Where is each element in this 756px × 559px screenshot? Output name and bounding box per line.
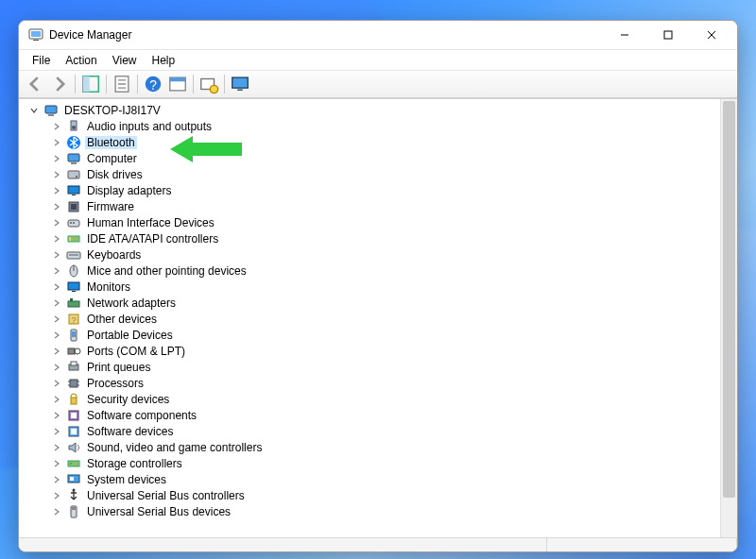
tree-item-label: Software devices — [85, 425, 175, 438]
svg-rect-71 — [72, 507, 76, 510]
tree-item-label: Sound, video and game controllers — [85, 441, 264, 454]
monitor-icon — [66, 280, 81, 295]
expand-icon[interactable] — [49, 215, 64, 230]
swdev-icon — [66, 424, 81, 439]
toolbar-separator — [75, 75, 76, 93]
svg-rect-30 — [68, 186, 79, 194]
tree-item[interactable]: Network adapters — [23, 295, 720, 311]
tree-item-label: Other devices — [85, 313, 159, 326]
tree-item[interactable]: System devices — [23, 471, 720, 487]
expand-icon[interactable] — [49, 504, 64, 519]
svg-rect-43 — [68, 282, 79, 290]
tree-item[interactable]: Audio inputs and outputs — [23, 118, 720, 134]
tree-item[interactable]: Universal Serial Bus devices — [23, 503, 720, 519]
tree-item[interactable]: Software components — [23, 407, 720, 423]
menu-file[interactable]: File — [25, 52, 58, 69]
expand-icon[interactable] — [49, 456, 64, 471]
svg-rect-1 — [31, 31, 41, 37]
svg-rect-50 — [72, 331, 76, 337]
expand-icon[interactable] — [49, 231, 64, 246]
tree-item[interactable]: Mice and other pointing devices — [23, 263, 720, 279]
tree-root[interactable]: DESKTOP-IJ8I17V — [23, 102, 720, 118]
forward-button[interactable] — [48, 73, 71, 95]
action-button[interactable] — [166, 73, 189, 95]
expand-icon[interactable] — [49, 392, 64, 407]
expand-icon[interactable] — [49, 408, 64, 423]
menu-action[interactable]: Action — [58, 52, 104, 69]
expand-icon[interactable] — [49, 263, 64, 279]
tree-item[interactable]: Disk drives — [23, 166, 720, 182]
tree-item-label: Computer — [85, 152, 139, 165]
svg-point-35 — [70, 222, 72, 224]
expand-icon[interactable] — [49, 360, 64, 375]
expand-icon[interactable] — [49, 376, 64, 391]
tree-item[interactable]: Firmware — [23, 198, 720, 214]
tree-item[interactable]: Human Interface Devices — [23, 214, 720, 230]
svg-point-36 — [73, 222, 75, 224]
properties-button[interactable] — [111, 73, 133, 95]
tree-item-label: Security devices — [85, 393, 171, 406]
expand-icon[interactable] — [49, 151, 64, 166]
show-hide-tree-button[interactable] — [79, 73, 102, 95]
toolbar-separator — [137, 75, 138, 93]
expand-icon[interactable] — [49, 472, 64, 487]
titlebar[interactable]: Device Manager — [19, 21, 737, 49]
expand-icon[interactable] — [49, 312, 64, 327]
expand-icon[interactable] — [49, 488, 64, 503]
expand-icon[interactable] — [49, 424, 64, 439]
expand-icon[interactable] — [49, 119, 64, 134]
tree-item[interactable]: Display adapters — [23, 182, 720, 198]
tree-item[interactable]: Keyboards — [23, 246, 720, 263]
tree-item[interactable]: Print queues — [23, 359, 720, 375]
expand-icon[interactable] — [49, 135, 64, 150]
expand-icon[interactable] — [49, 440, 64, 455]
portable-icon — [66, 328, 81, 343]
vertical-scrollbar[interactable] — [720, 99, 737, 537]
expand-icon[interactable] — [49, 344, 64, 359]
devices-by-type-button[interactable] — [229, 73, 251, 95]
tree-item[interactable]: Portable Devices — [23, 327, 720, 343]
tree-item-label: Bluetooth — [85, 136, 137, 149]
tree-item[interactable]: Universal Serial Bus controllers — [23, 487, 720, 503]
tree-item[interactable]: Computer — [23, 150, 720, 166]
mouse-icon — [66, 263, 81, 279]
scan-hardware-button[interactable] — [198, 73, 220, 95]
tree-item[interactable]: Software devices — [23, 423, 720, 439]
svg-rect-38 — [69, 237, 71, 241]
svg-rect-16 — [170, 77, 186, 81]
tree-item[interactable]: ?Other devices — [23, 311, 720, 327]
expand-icon[interactable] — [49, 167, 64, 182]
expand-icon[interactable] — [49, 280, 64, 295]
minimize-button[interactable] — [603, 21, 646, 49]
back-button[interactable] — [24, 73, 46, 95]
maximize-button[interactable] — [646, 21, 690, 49]
menu-help[interactable]: Help — [145, 52, 183, 69]
toolbar-separator — [106, 75, 107, 93]
svg-rect-28 — [68, 171, 79, 178]
tree-item[interactable]: Processors — [23, 375, 720, 391]
tree-item[interactable]: Storage controllers — [23, 455, 720, 471]
expand-icon[interactable] — [49, 247, 64, 263]
svg-rect-4 — [664, 31, 672, 39]
expand-icon[interactable] — [49, 328, 64, 343]
tree-item-label: Software components — [85, 409, 198, 422]
tree-item-label: Audio inputs and outputs — [85, 120, 214, 133]
collapse-icon[interactable] — [26, 103, 42, 118]
help-button[interactable]: ? — [142, 73, 164, 95]
tree-item-label: Mice and other pointing devices — [85, 264, 249, 278]
expand-icon[interactable] — [49, 296, 64, 311]
scrollbar-thumb[interactable] — [723, 101, 735, 498]
tree-item[interactable]: Security devices — [23, 391, 720, 407]
tree-item[interactable]: Monitors — [23, 279, 720, 295]
device-tree[interactable]: DESKTOP-IJ8I17V Audio inputs and outputs… — [19, 99, 720, 537]
expand-icon[interactable] — [49, 183, 64, 198]
tree-item[interactable]: Bluetooth — [23, 134, 720, 150]
close-button[interactable] — [690, 21, 733, 49]
tree-item[interactable]: IDE ATA/ATAPI controllers — [23, 230, 720, 246]
menu-view[interactable]: View — [105, 52, 145, 69]
tree-item[interactable]: Ports (COM & LPT) — [23, 343, 720, 359]
tree-item-label: Disk drives — [85, 168, 145, 181]
tree-item[interactable]: Sound, video and game controllers — [23, 439, 720, 455]
expand-icon[interactable] — [49, 199, 64, 214]
svg-rect-22 — [48, 114, 54, 116]
